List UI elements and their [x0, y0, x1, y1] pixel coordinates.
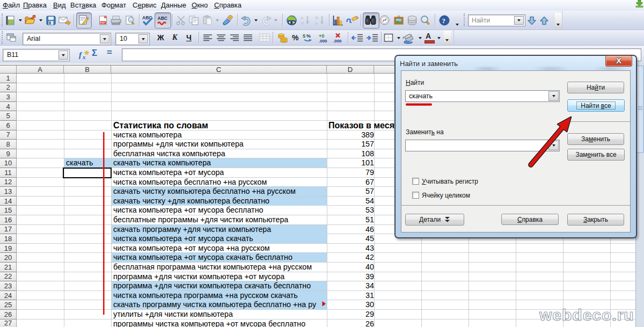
svg-text:ABC: ABC	[158, 16, 167, 21]
svg-text:.000: .000	[319, 39, 327, 43]
svg-text:Я: Я	[301, 21, 304, 26]
svg-text:А: А	[315, 21, 318, 26]
svg-text:+0: +0	[319, 33, 324, 39]
svg-text:?: ?	[442, 17, 446, 25]
svg-text:PDF: PDF	[100, 21, 105, 24]
svg-text:Я: Я	[315, 16, 318, 20]
svg-text:f: f	[79, 50, 83, 59]
svg-text:$: $	[303, 33, 305, 39]
svg-text:А: А	[301, 16, 304, 20]
svg-text:%: %	[306, 33, 311, 39]
svg-text:.000: .000	[333, 39, 342, 43]
